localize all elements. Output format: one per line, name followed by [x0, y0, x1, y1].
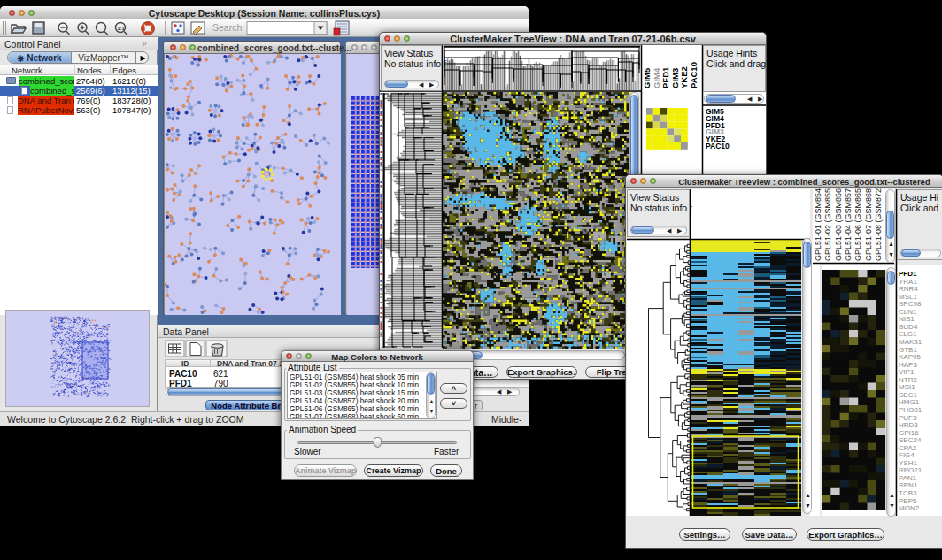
svg-text:GIM5: GIM5 [642, 67, 652, 88]
svg-text:GPL51-02 (GSM855): GPL51-02 (GSM855) [823, 188, 832, 261]
svg-text:GPL51-08 (GSM872): GPL51-08 (GSM872) [874, 188, 883, 261]
svg-text:MON2: MON2 [899, 504, 920, 512]
svg-text:PFD1: PFD1 [660, 66, 670, 88]
svg-text:YKE2: YKE2 [679, 66, 689, 88]
svg-text:GPL51-01 (GSM854): GPL51-01 (GSM854) [814, 188, 822, 261]
svg-text:GIM4: GIM4 [652, 67, 661, 88]
svg-text:GPL51-06 (GSM865): GPL51-06 (GSM865) [853, 188, 862, 261]
svg-text:1:1: 1:1 [118, 26, 125, 31]
svg-text:GPL51-03 (GSM856): GPL51-03 (GSM856) [834, 188, 843, 261]
svg-text:GIM3: GIM3 [670, 68, 680, 88]
svg-text:PAC10: PAC10 [689, 62, 699, 88]
svg-text:PAC10: PAC10 [706, 142, 730, 150]
svg-text:Search:: Search: [212, 22, 244, 33]
svg-text:GPL51-07 (GSM868): GPL51-07 (GSM868) [864, 188, 873, 261]
svg-text:GPL51-04 (GSM857): GPL51-04 (GSM857) [844, 188, 853, 261]
